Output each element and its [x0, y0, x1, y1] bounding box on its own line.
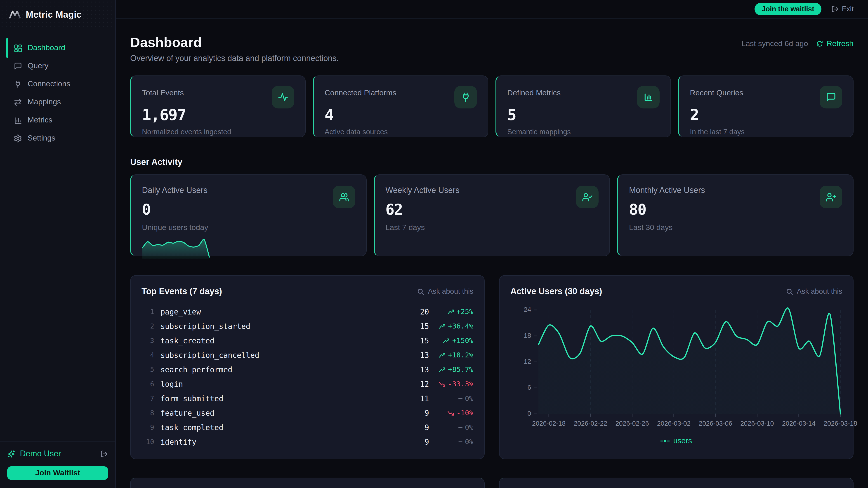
- trending-up-icon: [439, 367, 446, 372]
- event-rank: 7: [142, 394, 154, 402]
- user-check-icon: [576, 186, 599, 208]
- user-plus-icon: [819, 186, 842, 208]
- ask-about-this-button[interactable]: Ask about this: [786, 287, 842, 295]
- table-row: 9 task_completed 9 0%: [142, 420, 473, 435]
- trending-down-icon: [439, 382, 446, 387]
- svg-text:6: 6: [527, 384, 531, 391]
- ask-label: Ask about this: [797, 287, 842, 295]
- logout-icon: [831, 5, 839, 13]
- activity-value: 62: [385, 201, 598, 218]
- svg-text:2026-02-26: 2026-02-26: [615, 420, 649, 427]
- event-value: 9: [404, 423, 429, 432]
- event-value: 13: [404, 351, 429, 359]
- event-name: subscription_started: [160, 322, 250, 330]
- chart-legend: users: [510, 436, 842, 446]
- sidebar-item-query[interactable]: Query: [7, 57, 110, 75]
- last-synced: Last synced 6d ago: [741, 39, 808, 48]
- table-row: 1 page_view 20 +25%: [142, 304, 473, 319]
- username: Demo User: [20, 449, 61, 459]
- dashboard-icon: [13, 43, 22, 52]
- page-head-left: Dashboard Overview of your analytics dat…: [130, 35, 339, 63]
- trending-down-icon: [447, 411, 454, 416]
- event-name: login: [160, 380, 183, 388]
- legend-line-icon: [660, 439, 670, 443]
- bar-chart-icon: [13, 116, 22, 125]
- stat-label: Defined Metrics: [507, 86, 561, 98]
- svg-text:2026-03-10: 2026-03-10: [740, 420, 774, 427]
- message-icon: [13, 62, 22, 70]
- event-delta: +18.2%: [429, 351, 473, 359]
- event-rank: 2: [142, 322, 154, 330]
- event-value: 9: [404, 409, 429, 417]
- activity-sub: Unique users today: [142, 223, 355, 232]
- event-delta: 0%: [429, 438, 473, 446]
- activity-sub: Last 30 days: [629, 223, 842, 232]
- event-rank: 9: [142, 423, 154, 431]
- sidebar-item-mappings[interactable]: Mappings: [7, 93, 110, 111]
- event-name: feature_used: [160, 409, 214, 417]
- top-events-panel: Top Events (7 days) Ask about this: [130, 275, 485, 459]
- stat-card-total-events: Total Events 1,697 Normalized events ing…: [130, 75, 306, 137]
- join-the-waitlist-button[interactable]: Join the waitlist: [754, 3, 822, 15]
- trending-up-icon: [447, 309, 454, 314]
- exit-button[interactable]: Exit: [831, 5, 854, 13]
- event-delta: -33.3%: [429, 380, 473, 388]
- join-waitlist-button[interactable]: Join Waitlist: [7, 466, 108, 480]
- table-row: 4 subscription_cancelled 13 +18.2%: [142, 348, 473, 362]
- event-delta: +36.4%: [429, 322, 473, 330]
- sidebar-item-settings[interactable]: Settings: [7, 129, 110, 147]
- activity-icon: [272, 86, 294, 108]
- chart-wrap: 061218242026-02-182026-02-222026-02-2620…: [510, 300, 842, 435]
- sidebar: Metric Magic Dashboard Q: [0, 0, 116, 488]
- sidebar-item-metrics[interactable]: Metrics: [7, 111, 110, 129]
- event-value: 15: [404, 336, 429, 345]
- events-list: 1 page_view 20 +25% 2 subscription_start…: [142, 304, 473, 449]
- table-row: 6 login 12 -33.3%: [142, 377, 473, 391]
- search-icon: [417, 288, 424, 295]
- sidebar-item-connections[interactable]: Connections: [7, 75, 110, 93]
- event-value: 12: [404, 380, 429, 388]
- activity-value: 80: [629, 201, 842, 218]
- activity-row: Daily Active Users 0 Unique users today …: [130, 174, 854, 256]
- charts-row: Top Events (7 days) Ask about this: [130, 275, 854, 459]
- minus-icon: [459, 427, 463, 428]
- sidebar-item-label: Metrics: [28, 116, 53, 125]
- minus-icon: [459, 398, 463, 399]
- stat-value: 1,697: [142, 106, 294, 124]
- minus-icon: [459, 442, 463, 442]
- event-delta: +150%: [429, 337, 473, 345]
- main-area: Join the waitlist Exit Dashboard Overvie…: [116, 0, 868, 488]
- plug-icon: [454, 86, 477, 108]
- panel-title: Active Users (30 days): [510, 287, 602, 296]
- weekly-active-users-card: Weekly Active Users 62 Last 7 days: [374, 174, 610, 256]
- sidebar-nav: Dashboard Query Connections: [0, 39, 115, 147]
- sidebar-item-dashboard[interactable]: Dashboard: [7, 39, 110, 57]
- refresh-label: Refresh: [827, 39, 854, 48]
- event-value: 20: [404, 307, 429, 316]
- stat-label: Recent Queries: [690, 86, 743, 98]
- logout-icon[interactable]: [100, 450, 108, 458]
- brand: Metric Magic: [0, 0, 115, 29]
- activity-sub: Last 7 days: [385, 223, 598, 232]
- event-value: 13: [404, 365, 429, 374]
- ask-about-this-button[interactable]: Ask about this: [417, 287, 473, 295]
- activity-label: Daily Active Users: [142, 186, 355, 195]
- stat-value: 5: [507, 106, 659, 124]
- stat-value: 4: [324, 106, 477, 124]
- page-head: Dashboard Overview of your analytics dat…: [130, 35, 854, 63]
- table-row: 10 identify 9 0%: [142, 435, 473, 449]
- event-value: 9: [404, 437, 429, 446]
- activity-label: Weekly Active Users: [385, 186, 598, 195]
- panel-title: Top Events (7 days): [142, 287, 222, 296]
- event-rank: 10: [142, 438, 154, 446]
- refresh-icon: [816, 40, 824, 47]
- dau-sparkline: [142, 236, 210, 259]
- svg-text:2026-02-22: 2026-02-22: [574, 420, 607, 427]
- refresh-button[interactable]: Refresh: [816, 39, 854, 48]
- svg-text:12: 12: [524, 358, 531, 365]
- stat-value: 2: [690, 106, 842, 124]
- topbar: Join the waitlist Exit: [116, 0, 868, 19]
- user-row: Demo User: [7, 449, 108, 459]
- bar-chart-icon: [637, 86, 659, 108]
- trending-up-icon: [443, 338, 450, 343]
